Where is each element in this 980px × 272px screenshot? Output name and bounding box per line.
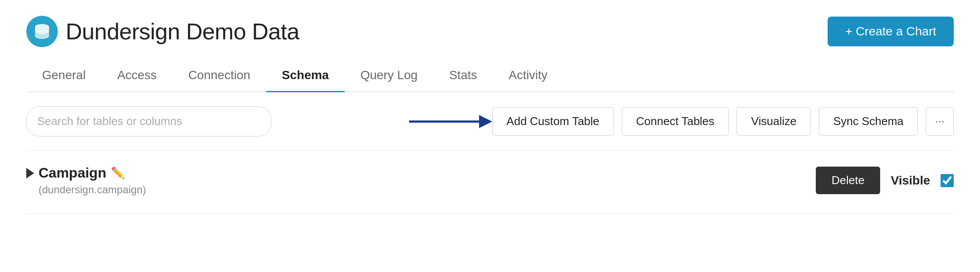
tab-connection[interactable]: Connection	[173, 59, 266, 92]
campaign-title: Campaign ✏️	[26, 165, 125, 181]
tab-access[interactable]: Access	[102, 59, 173, 92]
page-container: Dundersign Demo Data + Create a Chart Ge…	[0, 0, 980, 214]
campaign-title-row: Campaign ✏️	[26, 165, 146, 181]
svg-point-0	[35, 24, 49, 29]
create-chart-button[interactable]: + Create a Chart	[828, 17, 954, 46]
page-header: Dundersign Demo Data + Create a Chart	[26, 0, 954, 59]
tabs: General Access Connection Schema Query L…	[26, 59, 954, 91]
campaign-row: Campaign ✏️ (dundersign.campaign) Delete…	[26, 151, 954, 205]
toolbar-right: Add Custom Table Connect Tables Visualiz…	[405, 107, 954, 136]
bottom-divider	[26, 213, 954, 214]
add-custom-table-button[interactable]: Add Custom Table	[492, 107, 614, 136]
visible-label: Visible	[891, 174, 930, 188]
tab-activity[interactable]: Activity	[493, 59, 564, 92]
tab-stats[interactable]: Stats	[434, 59, 493, 92]
tabs-container: General Access Connection Schema Query L…	[26, 59, 954, 92]
campaign-left: Campaign ✏️ (dundersign.campaign)	[26, 165, 146, 196]
campaign-name: Campaign	[39, 165, 106, 181]
expand-triangle-icon[interactable]	[26, 168, 34, 178]
header-left: Dundersign Demo Data	[26, 16, 299, 47]
visualize-button[interactable]: Visualize	[737, 107, 811, 136]
delete-button[interactable]: Delete	[816, 167, 880, 194]
connect-tables-button[interactable]: Connect Tables	[622, 107, 729, 136]
schema-toolbar: Add Custom Table Connect Tables Visualiz…	[26, 92, 954, 150]
campaign-right: Delete Visible	[816, 167, 954, 194]
db-icon	[26, 16, 58, 47]
arrow-annotation	[405, 108, 492, 135]
search-box	[26, 106, 271, 136]
page-title: Dundersign Demo Data	[66, 18, 299, 45]
edit-icon[interactable]: ✏️	[111, 166, 125, 180]
sync-schema-button[interactable]: Sync Schema	[819, 107, 918, 136]
more-options-button[interactable]: ···	[926, 107, 954, 136]
svg-marker-2	[479, 115, 492, 128]
tab-general[interactable]: General	[26, 59, 102, 92]
visible-checkbox[interactable]	[941, 174, 954, 187]
tab-query-log[interactable]: Query Log	[345, 59, 434, 92]
tab-schema[interactable]: Schema	[266, 59, 345, 92]
campaign-subtitle: (dundersign.campaign)	[26, 184, 146, 196]
search-input[interactable]	[26, 106, 271, 136]
